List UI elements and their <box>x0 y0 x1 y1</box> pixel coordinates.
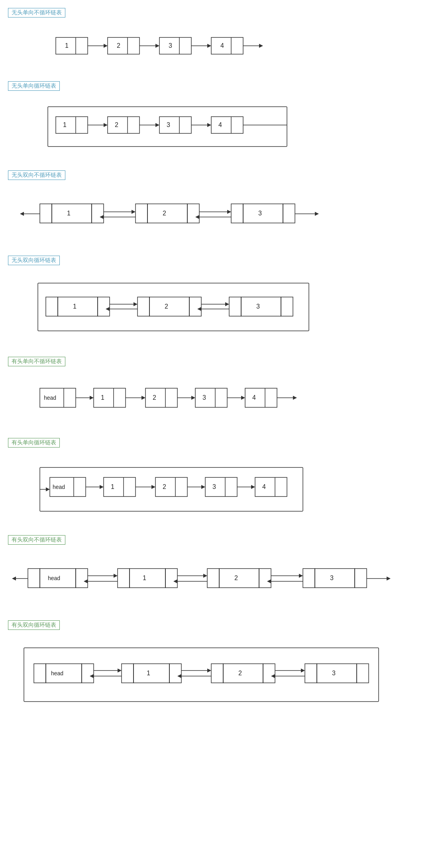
svg-rect-181 <box>315 569 355 588</box>
svg-rect-15 <box>211 37 243 54</box>
svg-text:4: 4 <box>252 394 256 401</box>
diagram-5: head 1 2 3 <box>20 378 339 418</box>
section-5: 有头单向不循环链表 head 1 2 3 <box>8 357 434 422</box>
svg-marker-196 <box>118 669 122 673</box>
svg-rect-182 <box>355 569 367 588</box>
svg-text:2: 2 <box>165 303 168 310</box>
svg-rect-172 <box>259 569 271 588</box>
svg-marker-14 <box>207 44 211 48</box>
svg-text:2: 2 <box>117 42 120 49</box>
svg-rect-221 <box>357 664 369 683</box>
svg-marker-124 <box>46 487 50 491</box>
svg-marker-206 <box>207 669 211 673</box>
section-title-7: 有头双向不循环链表 <box>8 535 65 545</box>
svg-rect-180 <box>303 569 315 588</box>
svg-text:2: 2 <box>153 394 156 401</box>
svg-rect-150 <box>28 569 40 588</box>
svg-marker-157 <box>114 574 118 578</box>
svg-marker-177 <box>299 574 303 578</box>
svg-rect-64 <box>283 204 295 223</box>
svg-text:1: 1 <box>67 210 71 217</box>
svg-marker-167 <box>203 574 207 578</box>
svg-text:2: 2 <box>238 670 242 676</box>
svg-text:1: 1 <box>73 303 77 310</box>
section-1: 无头单向不循环链表 1 2 3 4 <box>8 8 434 65</box>
svg-marker-134 <box>151 485 155 489</box>
svg-rect-189 <box>34 664 46 683</box>
svg-marker-35 <box>207 123 211 127</box>
section-8: 有头双向循环链表 head 1 <box>8 620 434 710</box>
svg-text:1: 1 <box>65 42 69 49</box>
svg-text:1: 1 <box>63 121 67 128</box>
section-6: 有头单向循环链表 head 1 2 <box>8 438 434 519</box>
svg-marker-101 <box>90 396 94 400</box>
svg-text:1: 1 <box>101 394 104 401</box>
svg-rect-170 <box>207 569 219 588</box>
svg-text:2: 2 <box>163 483 166 490</box>
svg-text:3: 3 <box>330 575 334 581</box>
svg-rect-145 <box>255 477 287 497</box>
svg-rect-72 <box>58 297 98 316</box>
svg-rect-219 <box>305 664 317 683</box>
section-3: 无头双向不循环链表 1 2 <box>8 170 434 240</box>
svg-text:2: 2 <box>163 210 166 217</box>
svg-text:2: 2 <box>115 121 118 128</box>
svg-rect-71 <box>46 297 58 316</box>
svg-rect-81 <box>138 297 149 316</box>
svg-rect-44 <box>92 204 104 223</box>
svg-marker-129 <box>100 485 104 489</box>
svg-text:1: 1 <box>147 670 150 676</box>
svg-rect-0 <box>56 37 88 54</box>
diagram-2: 1 2 3 4 <box>24 103 303 151</box>
svg-rect-36 <box>211 117 243 133</box>
svg-rect-117 <box>245 388 277 407</box>
svg-text:1: 1 <box>143 575 146 581</box>
svg-marker-49 <box>132 210 136 214</box>
svg-rect-54 <box>187 204 199 223</box>
svg-marker-216 <box>301 669 305 673</box>
section-7: 有头双向不循环链表 head 1 <box>8 535 434 604</box>
diagram-7: head 1 2 <box>12 557 411 600</box>
section-title-1: 无头单向不循环链表 <box>8 8 65 18</box>
diagram-3: 1 2 3 <box>16 192 375 236</box>
svg-rect-191 <box>82 664 94 683</box>
svg-rect-200 <box>134 664 169 683</box>
svg-marker-121 <box>293 396 297 400</box>
section-title-4: 无头双向循环链表 <box>8 256 60 265</box>
svg-text:head: head <box>48 575 60 581</box>
section-title-8: 有头双向循环链表 <box>8 620 60 630</box>
svg-marker-69 <box>315 212 319 216</box>
svg-marker-106 <box>141 396 145 400</box>
svg-text:4: 4 <box>220 42 224 49</box>
svg-rect-52 <box>136 204 147 223</box>
svg-rect-31 <box>159 117 191 133</box>
svg-rect-107 <box>145 388 177 407</box>
svg-marker-25 <box>104 123 108 127</box>
svg-text:3: 3 <box>167 121 170 128</box>
section-title-2: 无头单向循环链表 <box>8 81 60 91</box>
svg-rect-62 <box>231 204 243 223</box>
diagram-4: 1 2 3 <box>16 277 375 337</box>
svg-rect-162 <box>165 569 177 588</box>
section-2: 无头单向循环链表 1 2 3 <box>8 81 434 154</box>
svg-rect-161 <box>130 569 165 588</box>
svg-marker-144 <box>251 485 255 489</box>
svg-marker-41 <box>20 212 24 216</box>
svg-rect-42 <box>40 204 52 223</box>
section-4: 无头双向循环链表 1 2 <box>8 256 434 341</box>
svg-rect-210 <box>223 664 263 683</box>
svg-rect-220 <box>317 664 357 683</box>
svg-rect-10 <box>159 37 191 54</box>
svg-rect-130 <box>104 477 136 497</box>
svg-rect-209 <box>211 664 223 683</box>
svg-text:4: 4 <box>262 483 266 490</box>
svg-text:3: 3 <box>169 42 172 49</box>
svg-text:3: 3 <box>256 303 260 310</box>
svg-marker-59 <box>227 210 231 214</box>
svg-text:4: 4 <box>218 121 222 128</box>
svg-text:head: head <box>53 484 65 490</box>
svg-rect-21 <box>56 117 88 133</box>
svg-text:head: head <box>51 670 63 676</box>
svg-text:3: 3 <box>212 483 216 490</box>
svg-marker-9 <box>155 44 159 48</box>
